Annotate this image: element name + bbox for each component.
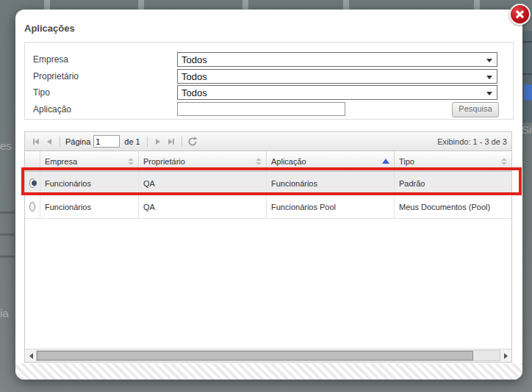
scroll-right-button[interactable] [500,351,511,361]
background-text-fragment: Sit [522,123,532,136]
sort-ascending-icon [382,159,389,164]
column-header-aplicacao[interactable]: Aplicação [267,151,395,171]
background-row-line [0,255,15,258]
background-column-stripe [242,0,248,10]
chevron-down-icon [486,76,492,79]
scroll-left-button[interactable] [26,351,36,361]
sort-toggle-icon [501,158,507,165]
aplicacoes-dialog: Aplicações Empresa Todos Proprietário To… [15,10,522,380]
tipo-label: Tipo [33,87,50,98]
close-button[interactable] [509,4,531,25]
dialog-footer-texture [15,363,522,380]
cell-proprietario: QA [139,195,267,218]
table-row[interactable]: Funcionários QA Funcionários Pool Meus D… [25,195,511,219]
background-text-fragment: ia [0,307,9,319]
sort-toggle-icon [128,158,134,165]
toolbar-separator [181,137,182,147]
cell-proprietario: QA [139,172,267,195]
pagination-toolbar: Página de 1 Exibindo: 1 - 3 de 3 [25,132,511,151]
scroll-right-icon [504,353,508,359]
toolbar-separator [147,137,148,147]
display-status: Exibindo: 1 - 3 de 3 [437,137,507,146]
row-radio[interactable] [29,202,35,211]
chevron-down-icon [486,59,492,62]
background-column-stripe [474,0,480,10]
cell-tipo: Meus Documentos (Pool) [395,195,511,218]
chevron-down-icon [486,92,492,95]
cell-aplicacao: Funcionários [267,172,395,195]
refresh-icon [187,137,198,147]
cell-empresa: Funcionários [40,172,139,195]
cell-tipo: Padrão [395,172,511,195]
column-header-empresa[interactable]: Empresa [40,151,139,171]
background-column-stripe [44,0,50,10]
background-row-line [0,211,15,214]
first-page-icon [35,139,39,145]
selector-column-header [25,151,40,171]
refresh-button[interactable] [187,136,198,148]
filter-panel: Empresa Todos Proprietário Todos Tipo To… [24,42,514,120]
background-blue-icon-fragment [524,84,532,101]
next-page-button[interactable] [152,136,164,148]
grid-empty-area [25,219,511,349]
previous-page-icon [47,139,51,145]
sort-toggle-icon [256,158,262,165]
aplicacao-input[interactable] [177,102,345,116]
page-count-label: de 1 [124,137,140,146]
page-number-input[interactable] [93,135,120,148]
column-header-proprietario[interactable]: Proprietário [139,151,267,171]
aplicacao-label: Aplicação [33,104,71,115]
background-panel-fragment [522,31,532,123]
proprietario-select[interactable]: Todos [177,69,497,84]
proprietario-label: Proprietário [33,71,79,81]
row-radio-selected[interactable] [29,178,35,188]
toolbar-separator [60,137,60,147]
tipo-select[interactable]: Todos [177,85,497,100]
last-page-button[interactable] [165,136,177,148]
pesquisa-button[interactable]: Pesquisa [452,102,499,117]
previous-page-button[interactable] [43,136,55,148]
first-page-button[interactable] [30,136,42,148]
empresa-label: Empresa [33,54,68,65]
column-header-tipo[interactable]: Tipo [395,151,511,171]
empresa-select[interactable]: Todos [177,52,497,67]
scrollbar-thumb[interactable] [37,351,473,360]
grid-header: Empresa Proprietário Aplicação Tipo [25,151,511,172]
screen: es ia Sit Aplicações Empresa Todos Propr… [0,0,532,392]
background-column-stripe [138,0,144,10]
applications-grid: Página de 1 Exibindo: 1 - 3 de 3 [24,131,512,363]
scroll-left-icon [29,353,33,359]
scrollbar-track[interactable] [36,350,500,361]
background-row-line [0,233,15,236]
cell-aplicacao: Funcionários Pool [267,195,395,218]
horizontal-scrollbar [25,349,511,362]
next-page-icon [156,139,160,145]
table-row-selected[interactable]: Funcionários QA Funcionários Padrão [25,172,511,195]
dialog-title: Aplicações [24,23,75,34]
background-column-stripe [343,0,349,10]
page-label: Página [65,137,90,146]
cell-empresa: Funcionários [40,195,139,218]
background-text-fragment: es [0,139,12,152]
